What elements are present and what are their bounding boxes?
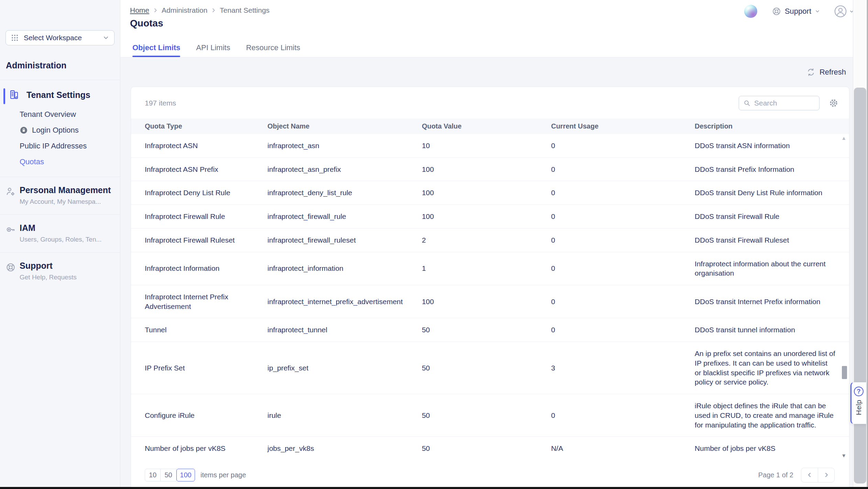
- table-row[interactable]: Infraprotect Information infraprotect_in…: [131, 252, 849, 285]
- refresh-button[interactable]: Refresh: [803, 66, 849, 79]
- quotas-table-card: 197 items: [131, 87, 849, 489]
- search-box: [739, 96, 820, 110]
- cell-quota-value: 50: [422, 342, 551, 394]
- cell-description: An ip prefix set contains an unordered l…: [695, 342, 849, 394]
- breadcrumb-home-link[interactable]: Home: [130, 6, 149, 14]
- user-menu[interactable]: [834, 5, 854, 18]
- workspace-selector[interactable]: Select Workspace: [6, 30, 115, 45]
- items-count: 197 items: [145, 99, 176, 107]
- cell-current-usage: 0: [551, 228, 695, 252]
- search-input[interactable]: [754, 99, 809, 107]
- cell-object-name: infraprotect_firewall_rule: [268, 205, 422, 229]
- workspace-selector-label: Select Workspace: [24, 34, 98, 42]
- cell-current-usage: 0: [551, 394, 695, 437]
- column-header-description[interactable]: Description: [695, 119, 849, 134]
- table-scroll-down-arrow[interactable]: ▼: [841, 453, 846, 458]
- sidebar-item-label: Support: [20, 261, 115, 271]
- sidebar-item-public-ip-addresses[interactable]: Public IP Addresses: [0, 138, 120, 154]
- page-size-selector: 10 50 100: [145, 469, 195, 481]
- page-header: Home Administration Tenant Settings Quot…: [120, 0, 868, 57]
- column-header-quota-value[interactable]: Quota Value: [422, 119, 551, 134]
- column-header-object-name[interactable]: Object Name: [268, 119, 422, 134]
- cell-description: DDoS transit Prefix Information: [695, 157, 849, 181]
- cell-description: DDoS transit Firewall Rule: [695, 205, 849, 229]
- table-row[interactable]: Infraprotect ASN Prefix infraprotect_asn…: [131, 157, 849, 181]
- sidebar-item-label: Tenant Settings: [26, 90, 90, 100]
- cell-quota-value: 100: [422, 205, 551, 229]
- cell-quota-value: 2: [422, 228, 551, 252]
- assistant-sphere-icon[interactable]: [744, 5, 757, 18]
- table-row[interactable]: Infraprotect Internet Prefix Advertiseme…: [131, 285, 849, 318]
- sidebar-item-support[interactable]: Support Get Help, Requests: [0, 253, 120, 290]
- main-area: Home Administration Tenant Settings Quot…: [120, 0, 868, 489]
- page-status: Page 1 of 2: [758, 471, 793, 479]
- table-scrollbar-thumb[interactable]: [842, 366, 847, 379]
- cell-quota-type: Infraprotect Firewall Rule: [131, 205, 268, 229]
- table-row[interactable]: Tunnel infraprotect_tunnel 50 0 DDoS tra…: [131, 318, 849, 342]
- table-row[interactable]: Infraprotect Deny List Rule infraprotect…: [131, 181, 849, 205]
- table-row[interactable]: IP Prefix Set ip_prefix_set 50 3 An ip p…: [131, 342, 849, 394]
- tab-object-limits[interactable]: Object Limits: [132, 43, 180, 57]
- support-menu[interactable]: Support: [772, 7, 820, 16]
- table-row[interactable]: Infraprotect ASN infraprotect_asn 10 0 D…: [131, 134, 849, 157]
- tab-resource-limits[interactable]: Resource Limits: [246, 43, 300, 57]
- breadcrumb-tenant-settings[interactable]: Tenant Settings: [220, 6, 270, 14]
- page-size-100[interactable]: 100: [176, 469, 195, 481]
- page-scrollbar-thumb[interactable]: [854, 88, 866, 484]
- tenant-settings-icon: [9, 89, 20, 100]
- sidebar-item-label: Login Options: [32, 126, 79, 135]
- chevron-left-icon: [806, 471, 813, 478]
- sidebar-item-subtitle: My Account, My Namespa...: [20, 198, 115, 205]
- next-page-button[interactable]: [818, 468, 834, 482]
- sidebar-item-subtitle: Users, Groups, Roles, Ten...: [20, 236, 115, 243]
- table-scroll-up-arrow[interactable]: ▲: [841, 135, 846, 141]
- chevron-down-icon: [815, 9, 820, 14]
- table-footer: 10 50 100 items per page Page 1 of 2: [131, 460, 849, 489]
- breadcrumb-administration[interactable]: Administration: [162, 6, 207, 14]
- cell-description: Infraprotect information about the curre…: [695, 252, 849, 285]
- gear-icon[interactable]: [828, 98, 839, 108]
- cell-description: DDoS transit ASN information: [695, 134, 849, 157]
- sidebar-item-tenant-settings[interactable]: Tenant Settings: [0, 80, 120, 104]
- page-size-10[interactable]: 10: [145, 469, 161, 481]
- sidebar-item-personal-management[interactable]: Personal Management My Account, My Names…: [0, 177, 120, 214]
- cell-quota-value: 50: [422, 318, 551, 342]
- sidebar-item-login-options[interactable]: Login Options: [0, 122, 120, 138]
- toolbar-right: [739, 96, 839, 110]
- column-header-current-usage[interactable]: Current Usage: [551, 119, 695, 134]
- table-row[interactable]: Number of jobs per vK8S jobs_per_vk8s 50…: [131, 437, 849, 460]
- sidebar-item-tenant-overview[interactable]: Tenant Overview: [0, 107, 120, 122]
- cell-current-usage: 0: [551, 134, 695, 157]
- cell-current-usage: 0: [551, 318, 695, 342]
- cell-object-name: infraprotect_asn_prefix: [268, 157, 422, 181]
- cell-current-usage: 0: [551, 285, 695, 318]
- tab-api-limits[interactable]: API Limits: [196, 43, 230, 57]
- cell-object-name: infraprotect_internet_prefix_advertiseme…: [268, 285, 422, 318]
- table-row[interactable]: Infraprotect Firewall Ruleset infraprote…: [131, 228, 849, 252]
- lock-badge-icon: [20, 126, 28, 134]
- sidebar-item-label: Tenant Overview: [20, 110, 76, 119]
- sidebar-item-subtitle: Get Help, Requests: [20, 274, 115, 281]
- page-size-50[interactable]: 50: [161, 469, 176, 481]
- cell-quota-value: 100: [422, 181, 551, 205]
- table-row[interactable]: Configure iRule irule 50 0 iRule object …: [131, 394, 849, 437]
- page-title: Quotas: [130, 18, 868, 29]
- quotas-table: Quota Type Object Name Quota Value Curre…: [131, 119, 849, 460]
- cell-quota-type: Infraprotect Information: [131, 252, 268, 285]
- table-row[interactable]: Infraprotect Firewall Rule infraprotect_…: [131, 205, 849, 229]
- table-header-row: Quota Type Object Name Quota Value Curre…: [131, 119, 849, 134]
- cell-object-name: infraprotect_deny_list_rule: [268, 181, 422, 205]
- cell-current-usage: 3: [551, 342, 695, 394]
- help-tab[interactable]: Help: [850, 382, 866, 424]
- sidebar-item-label: Quotas: [20, 157, 44, 166]
- refresh-icon: [806, 68, 815, 77]
- pager-buttons: [801, 468, 835, 482]
- sidebar-item-quotas[interactable]: Quotas: [0, 154, 120, 170]
- content-area: Refresh 197 items: [120, 57, 868, 489]
- column-header-quota-type[interactable]: Quota Type: [131, 119, 268, 134]
- support-menu-label: Support: [785, 7, 811, 16]
- cell-description: iRule object defines the iRule that can …: [695, 394, 849, 437]
- previous-page-button[interactable]: [801, 468, 818, 482]
- sidebar-item-iam[interactable]: IAM Users, Groups, Roles, Ten...: [0, 215, 120, 252]
- tab-bar: Object Limits API Limits Resource Limits: [132, 43, 300, 57]
